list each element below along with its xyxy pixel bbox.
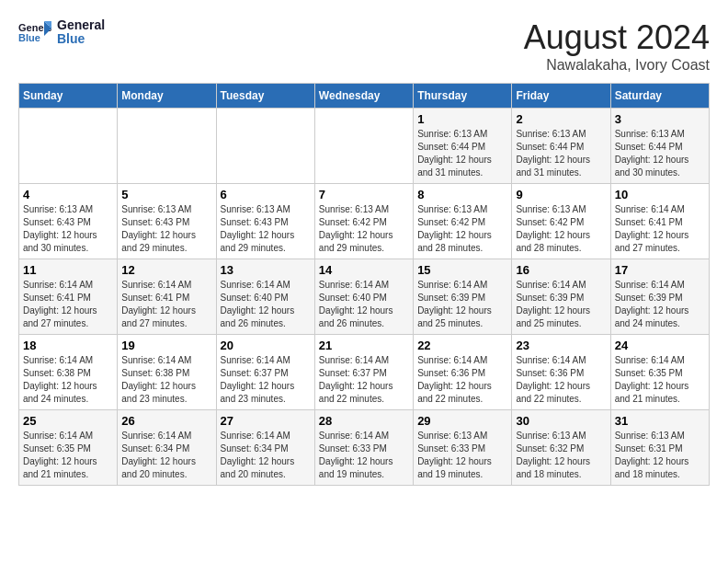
day-info: Sunrise: 6:14 AM Sunset: 6:33 PM Dayligh… [319, 430, 409, 481]
day-info: Sunrise: 6:14 AM Sunset: 6:40 PM Dayligh… [221, 279, 311, 330]
calendar-cell: 31Sunrise: 6:13 AM Sunset: 6:31 PM Dayli… [610, 410, 709, 486]
day-info: Sunrise: 6:13 AM Sunset: 6:44 PM Dayligh… [417, 128, 507, 179]
calendar-header: SundayMondayTuesdayWednesdayThursdayFrid… [19, 84, 710, 109]
day-info: Sunrise: 6:14 AM Sunset: 6:41 PM Dayligh… [615, 203, 705, 255]
calendar-cell: 30Sunrise: 6:13 AM Sunset: 6:32 PM Dayli… [512, 410, 610, 486]
day-number: 9 [516, 188, 606, 201]
month-title: August 2024 [524, 18, 710, 57]
day-number: 3 [615, 112, 705, 126]
calendar-cell: 13Sunrise: 6:14 AM Sunset: 6:40 PM Dayli… [216, 259, 314, 335]
day-number: 30 [516, 414, 606, 428]
calendar-week-2: 4Sunrise: 6:13 AM Sunset: 6:43 PM Daylig… [19, 184, 710, 259]
day-info: Sunrise: 6:14 AM Sunset: 6:35 PM Dayligh… [23, 430, 113, 481]
day-info: Sunrise: 6:14 AM Sunset: 6:36 PM Dayligh… [516, 354, 606, 406]
day-number: 23 [516, 339, 606, 352]
weekday-header-monday: Monday [118, 84, 216, 109]
day-number: 7 [319, 188, 409, 201]
day-info: Sunrise: 6:14 AM Sunset: 6:39 PM Dayligh… [417, 279, 507, 330]
day-number: 22 [417, 339, 507, 352]
day-number: 17 [615, 263, 705, 277]
calendar-cell: 8Sunrise: 6:13 AM Sunset: 6:42 PM Daylig… [414, 184, 512, 259]
day-number: 26 [121, 414, 211, 428]
weekday-header-friday: Friday [512, 84, 610, 109]
day-info: Sunrise: 6:13 AM Sunset: 6:44 PM Dayligh… [516, 128, 606, 179]
day-info: Sunrise: 6:14 AM Sunset: 6:34 PM Dayligh… [221, 430, 311, 481]
calendar-cell: 17Sunrise: 6:14 AM Sunset: 6:39 PM Dayli… [610, 259, 709, 335]
weekday-header-wednesday: Wednesday [314, 84, 413, 109]
calendar-cell: 21Sunrise: 6:14 AM Sunset: 6:37 PM Dayli… [314, 335, 413, 410]
calendar-week-1: 1Sunrise: 6:13 AM Sunset: 6:44 PM Daylig… [19, 109, 710, 184]
day-info: Sunrise: 6:13 AM Sunset: 6:42 PM Dayligh… [319, 203, 409, 255]
svg-text:Blue: Blue [18, 32, 40, 43]
calendar-cell [19, 109, 118, 184]
calendar-cell: 9Sunrise: 6:13 AM Sunset: 6:42 PM Daylig… [512, 184, 610, 259]
calendar-cell: 22Sunrise: 6:14 AM Sunset: 6:36 PM Dayli… [414, 335, 512, 410]
day-info: Sunrise: 6:14 AM Sunset: 6:39 PM Dayligh… [516, 279, 606, 330]
calendar-cell: 11Sunrise: 6:14 AM Sunset: 6:41 PM Dayli… [19, 259, 118, 335]
day-info: Sunrise: 6:14 AM Sunset: 6:37 PM Dayligh… [221, 354, 311, 406]
day-info: Sunrise: 6:14 AM Sunset: 6:37 PM Dayligh… [319, 354, 409, 406]
day-number: 2 [516, 112, 606, 126]
day-number: 25 [23, 414, 113, 428]
calendar-cell: 15Sunrise: 6:14 AM Sunset: 6:39 PM Dayli… [414, 259, 512, 335]
calendar-cell: 10Sunrise: 6:14 AM Sunset: 6:41 PM Dayli… [610, 184, 709, 259]
calendar-cell: 16Sunrise: 6:14 AM Sunset: 6:39 PM Dayli… [512, 259, 610, 335]
day-info: Sunrise: 6:13 AM Sunset: 6:42 PM Dayligh… [516, 203, 606, 255]
logo-general: General [57, 18, 105, 32]
day-number: 24 [615, 339, 705, 352]
day-number: 28 [319, 414, 409, 428]
calendar-cell: 23Sunrise: 6:14 AM Sunset: 6:36 PM Dayli… [512, 335, 610, 410]
day-info: Sunrise: 6:14 AM Sunset: 6:41 PM Dayligh… [121, 279, 211, 330]
location: Nawalakaha, Ivory Coast [524, 57, 710, 74]
calendar-cell: 6Sunrise: 6:13 AM Sunset: 6:43 PM Daylig… [216, 184, 314, 259]
calendar-cell: 7Sunrise: 6:13 AM Sunset: 6:42 PM Daylig… [314, 184, 413, 259]
day-info: Sunrise: 6:14 AM Sunset: 6:36 PM Dayligh… [417, 354, 507, 406]
calendar-cell: 24Sunrise: 6:14 AM Sunset: 6:35 PM Dayli… [610, 335, 709, 410]
weekday-header-thursday: Thursday [414, 84, 512, 109]
calendar-body: 1Sunrise: 6:13 AM Sunset: 6:44 PM Daylig… [19, 109, 710, 486]
day-number: 1 [417, 112, 507, 126]
day-number: 4 [23, 188, 113, 201]
calendar-cell: 19Sunrise: 6:14 AM Sunset: 6:38 PM Dayli… [118, 335, 216, 410]
day-info: Sunrise: 6:14 AM Sunset: 6:38 PM Dayligh… [23, 354, 113, 406]
calendar-cell: 5Sunrise: 6:13 AM Sunset: 6:43 PM Daylig… [118, 184, 216, 259]
calendar-cell [118, 109, 216, 184]
day-info: Sunrise: 6:13 AM Sunset: 6:31 PM Dayligh… [615, 430, 705, 481]
day-number: 15 [417, 263, 507, 277]
day-number: 12 [121, 263, 211, 277]
title-block: August 2024 Nawalakaha, Ivory Coast [524, 18, 710, 74]
day-info: Sunrise: 6:14 AM Sunset: 6:35 PM Dayligh… [615, 354, 705, 406]
day-info: Sunrise: 6:13 AM Sunset: 6:44 PM Dayligh… [615, 128, 705, 179]
day-number: 10 [615, 188, 705, 201]
calendar-table: SundayMondayTuesdayWednesdayThursdayFrid… [18, 83, 710, 486]
calendar-cell [314, 109, 413, 184]
day-number: 21 [319, 339, 409, 352]
day-info: Sunrise: 6:13 AM Sunset: 6:43 PM Dayligh… [221, 203, 311, 255]
day-number: 31 [615, 414, 705, 428]
calendar-cell: 25Sunrise: 6:14 AM Sunset: 6:35 PM Dayli… [19, 410, 118, 486]
day-number: 18 [23, 339, 113, 352]
day-info: Sunrise: 6:14 AM Sunset: 6:38 PM Dayligh… [121, 354, 211, 406]
logo-icon: General Blue [18, 19, 51, 45]
calendar-cell: 4Sunrise: 6:13 AM Sunset: 6:43 PM Daylig… [19, 184, 118, 259]
day-number: 19 [121, 339, 211, 352]
day-info: Sunrise: 6:14 AM Sunset: 6:41 PM Dayligh… [23, 279, 113, 330]
calendar-cell [216, 109, 314, 184]
day-number: 8 [417, 188, 507, 201]
weekday-header-saturday: Saturday [610, 84, 709, 109]
calendar-cell: 14Sunrise: 6:14 AM Sunset: 6:40 PM Dayli… [314, 259, 413, 335]
day-number: 11 [23, 263, 113, 277]
weekday-header-row: SundayMondayTuesdayWednesdayThursdayFrid… [19, 84, 710, 109]
weekday-header-tuesday: Tuesday [216, 84, 314, 109]
calendar-cell: 12Sunrise: 6:14 AM Sunset: 6:41 PM Dayli… [118, 259, 216, 335]
calendar-week-5: 25Sunrise: 6:14 AM Sunset: 6:35 PM Dayli… [19, 410, 710, 486]
weekday-header-sunday: Sunday [19, 84, 118, 109]
calendar-week-3: 11Sunrise: 6:14 AM Sunset: 6:41 PM Dayli… [19, 259, 710, 335]
calendar-cell: 1Sunrise: 6:13 AM Sunset: 6:44 PM Daylig… [414, 109, 512, 184]
day-info: Sunrise: 6:13 AM Sunset: 6:43 PM Dayligh… [23, 203, 113, 255]
calendar-cell: 20Sunrise: 6:14 AM Sunset: 6:37 PM Dayli… [216, 335, 314, 410]
day-info: Sunrise: 6:14 AM Sunset: 6:34 PM Dayligh… [121, 430, 211, 481]
day-info: Sunrise: 6:14 AM Sunset: 6:39 PM Dayligh… [615, 279, 705, 330]
calendar-cell: 2Sunrise: 6:13 AM Sunset: 6:44 PM Daylig… [512, 109, 610, 184]
day-info: Sunrise: 6:14 AM Sunset: 6:40 PM Dayligh… [319, 279, 409, 330]
